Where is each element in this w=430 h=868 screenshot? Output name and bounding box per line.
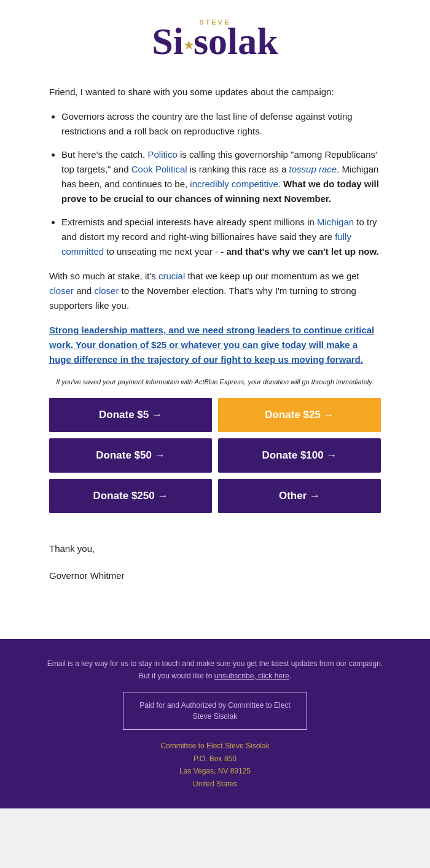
bullet-item-1: Governors across the country are the las…: [61, 109, 381, 139]
sign-off: Thank you, Governor Whitmer: [0, 540, 430, 602]
bullet-item-3: Extremists and special interests have al…: [61, 215, 381, 259]
actblue-note: If you've saved your payment information…: [49, 377, 381, 388]
email-container: STEVE Si★solak Friend, I wanted to share…: [0, 0, 430, 808]
governor-name: Governor Whitmer: [49, 567, 381, 584]
unsubscribe-link[interactable]: unsubscribe, click here: [214, 672, 289, 680]
star-icon: ★: [184, 39, 194, 52]
thank-you: Thank you,: [49, 540, 381, 557]
footer: Email is a key way for us to stay in tou…: [0, 639, 430, 808]
sisolak-logo: Si★solak: [12, 22, 418, 60]
spacer: [0, 602, 430, 639]
footer-address: Committee to Elect Steve Sisolak P.O. Bo…: [37, 740, 393, 790]
donate-5-button[interactable]: Donate $5 →: [49, 398, 212, 432]
footer-note: Email is a key way for us to stay in tou…: [37, 657, 393, 683]
donate-100-button[interactable]: Donate $100 →: [218, 438, 381, 473]
intro-paragraph: Friend, I wanted to share with you some …: [49, 85, 381, 99]
momentum-paragraph: With so much at stake, it's crucial that…: [49, 269, 381, 313]
bullet-list: Governors across the country are the las…: [61, 109, 381, 259]
donate-50-button[interactable]: Donate $50 →: [49, 438, 212, 473]
cta-link[interactable]: Strong leadership matters, and we need s…: [49, 323, 381, 367]
donate-25-button[interactable]: Donate $25 →: [218, 398, 381, 432]
header: STEVE Si★solak: [0, 0, 430, 72]
bullet-item-2: But here's the catch. Politico is callin…: [61, 147, 381, 206]
donate-250-button[interactable]: Donate $250 →: [49, 479, 212, 513]
paid-for-box: Paid for and Authorized by Committee to …: [123, 692, 307, 730]
donate-other-button[interactable]: Other →: [218, 479, 381, 513]
donate-grid: Donate $5 → Donate $25 → Donate $50 → Do…: [49, 398, 381, 513]
body-content: Friend, I wanted to share with you some …: [0, 72, 430, 540]
